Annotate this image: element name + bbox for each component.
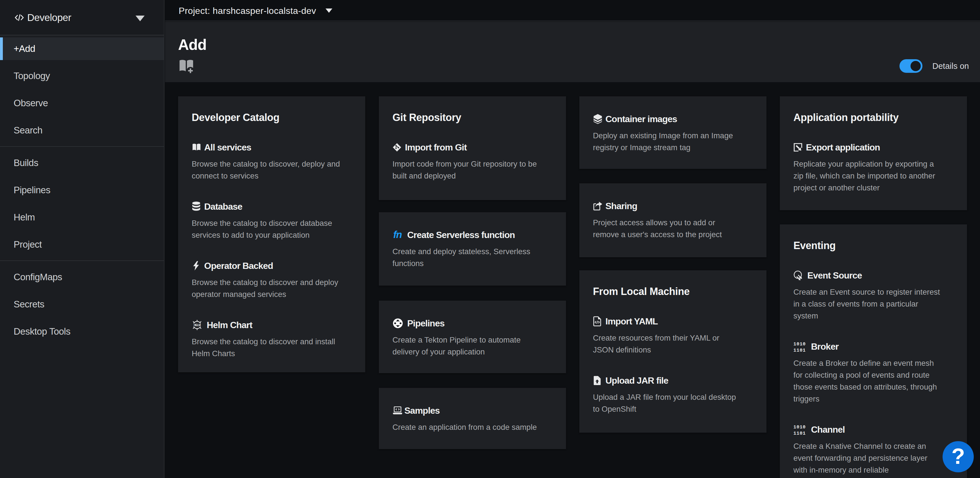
- svg-text:1101: 1101: [794, 431, 806, 435]
- svg-text:1010: 1010: [794, 341, 806, 347]
- svg-text:1101: 1101: [794, 348, 806, 353]
- svg-text:1010: 1010: [794, 424, 806, 430]
- svg-text:HELM: HELM: [194, 324, 200, 327]
- svg-text:fn: fn: [393, 229, 402, 240]
